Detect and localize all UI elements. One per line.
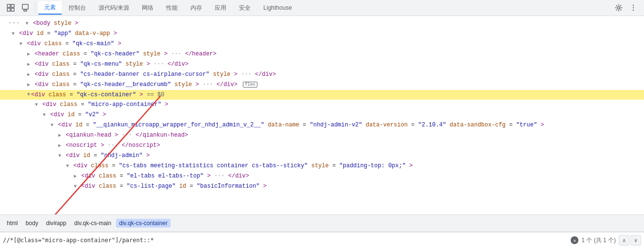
triangle-icon[interactable]: ▼: [19, 41, 22, 47]
breadcrumb-html[interactable]: html: [4, 219, 21, 228]
dom-selected-marker: == $0: [147, 90, 164, 99]
flex-badge: flex: [243, 82, 257, 88]
triangle-right-icon[interactable]: ▶: [27, 52, 30, 57]
dom-line-header[interactable]: ▶ <header class = "qk-cs-header" style >…: [0, 49, 644, 59]
tab-performance[interactable]: 性能: [160, 1, 184, 15]
tab-console[interactable]: 控制台: [63, 1, 92, 15]
three-dots-icon[interactable]: ···: [8, 19, 20, 27]
triangle-right-icon[interactable]: ▶: [58, 143, 61, 148]
tab-memory[interactable]: 内存: [185, 1, 208, 15]
breadcrumb-bar: html body div#app div.qk-cs-main div.qk-…: [0, 214, 644, 232]
dom-line-noscript[interactable]: ▶ <noscript > ··· </noscript>: [0, 141, 644, 151]
tab-security[interactable]: 安全: [233, 1, 256, 15]
tab-lighthouse[interactable]: Lighthouse: [257, 1, 298, 15]
svg-rect-5: [24, 10, 27, 11]
triangle-icon[interactable]: ▼: [66, 163, 69, 169]
search-bar: ✕ 1 个 (共 1 个) ∧ ∨: [0, 232, 644, 248]
dom-line-cs-tabs[interactable]: ▼ <div class = "cs-tabs meeting-statisti…: [0, 161, 644, 171]
breadcrumb-div-app[interactable]: div#app: [43, 219, 69, 228]
dom-line-qk-cs-menu[interactable]: ▶ <div class = "qk-cs-menu" style > ··· …: [0, 59, 644, 70]
triangle-icon[interactable]: ▼: [27, 90, 30, 99]
breadcrumb-div-qk-cs-container[interactable]: div.qk-cs-container: [116, 219, 170, 228]
dom-tree: ··· ▼ <body style > ▼ <div id = "app" da…: [0, 16, 644, 214]
triangle-right-icon[interactable]: ▶: [74, 174, 77, 179]
dom-line-qk-cs-main[interactable]: ▼ <div class = "qk-cs-main" >: [0, 39, 644, 49]
svg-rect-0: [7, 4, 10, 7]
triangle-icon[interactable]: ▼: [12, 31, 15, 36]
breadcrumb-div-qk-cs-main[interactable]: div.qk-cs-main: [71, 219, 114, 228]
settings-icon[interactable]: [612, 1, 626, 15]
triangle-icon[interactable]: ▼: [35, 102, 38, 107]
svg-point-6: [618, 7, 620, 9]
tab-application[interactable]: 应用: [209, 1, 232, 15]
inspect-icon[interactable]: [4, 1, 17, 15]
search-clear-button[interactable]: ✕: [571, 236, 578, 244]
triangle-icon[interactable]: ▼: [25, 21, 28, 26]
dom-line-app[interactable]: ▼ <div id = "app" data-v-app >: [0, 29, 644, 39]
svg-rect-2: [7, 8, 10, 11]
svg-rect-1: [11, 4, 14, 7]
dom-line-qiankun-wrapper[interactable]: ▼ <div id = "__qiankun_microapp_wrapper_…: [0, 120, 644, 130]
triangle-icon[interactable]: ▼: [51, 123, 53, 128]
dom-line-micro-app-container[interactable]: ▼ <div class = "micro-app-container" >: [0, 100, 644, 110]
dom-line-qiankun-head[interactable]: ▶ <qiankun-head > ··· </qiankun-head>: [0, 130, 644, 141]
dom-line-body[interactable]: ··· ▼ <body style >: [0, 18, 644, 29]
triangle-right-icon[interactable]: ▶: [27, 82, 30, 88]
search-results-count: 1 个 (共 1 个): [581, 236, 616, 245]
triangle-right-icon[interactable]: ▶: [27, 62, 30, 67]
search-prev-button[interactable]: ∧: [619, 235, 629, 246]
dom-line-qk-cs-container[interactable]: ▼ <div class = "qk-cs-container" > == $0: [0, 90, 644, 100]
dom-line-v2[interactable]: ▼ <div id = "v2" >: [0, 110, 644, 120]
triangle-icon[interactable]: ▼: [58, 153, 61, 159]
breadcrumb-body[interactable]: body: [23, 219, 41, 228]
svg-point-8: [633, 7, 634, 8]
tab-source[interactable]: 源代码/来源: [93, 1, 135, 15]
triangle-right-icon[interactable]: ▶: [58, 133, 61, 138]
svg-point-7: [633, 5, 634, 6]
svg-rect-4: [22, 4, 28, 9]
more-options-icon[interactable]: [627, 1, 640, 15]
search-navigation: ∧ ∨: [619, 235, 641, 246]
dom-line-el-tabs[interactable]: ▶ <div class = "el-tabs el-tabs--top" > …: [0, 171, 644, 181]
triangle-icon[interactable]: ▼: [43, 112, 46, 118]
tab-elements[interactable]: 元素: [38, 1, 62, 15]
tab-network[interactable]: 网络: [136, 1, 159, 15]
triangle-icon[interactable]: ▼: [74, 184, 77, 189]
dom-line-cs-header-banner[interactable]: ▶ <div class = "cs-header-banner cs-airp…: [0, 70, 644, 80]
dom-line-cs-list-page[interactable]: ▼ <div class = "cs-list-page" id = "basi…: [0, 181, 644, 192]
dom-line-nhdj-admin[interactable]: ▼ <div id = "nhdj-admin" >: [0, 151, 644, 161]
svg-rect-3: [11, 8, 14, 11]
close-icon: ✕: [573, 238, 576, 243]
svg-point-9: [633, 10, 634, 11]
search-next-button[interactable]: ∨: [630, 235, 641, 246]
devtools-toolbar: 元素 控制台 源代码/来源 网络 性能 内存 应用 安全 Lighthouse: [0, 0, 644, 16]
dom-line-breadcrumb[interactable]: ▶ <div class = "qk-cs-header__breadcrumb…: [0, 80, 644, 90]
device-toggle-icon[interactable]: [18, 1, 32, 15]
search-input[interactable]: [3, 237, 571, 244]
triangle-right-icon[interactable]: ▶: [27, 72, 30, 77]
